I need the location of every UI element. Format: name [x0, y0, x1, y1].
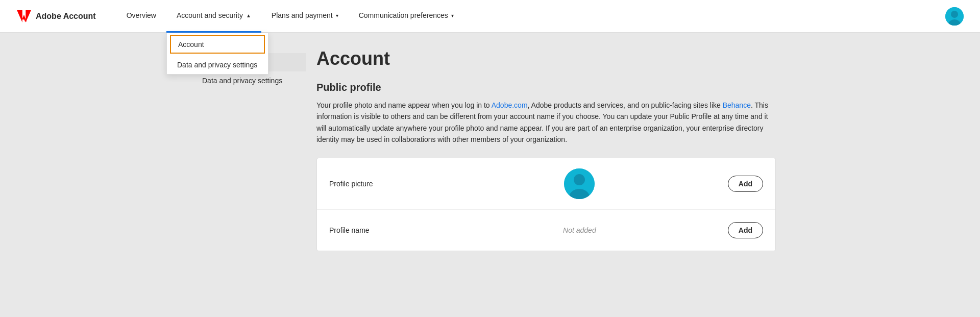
- chevron-up-icon: ▲: [246, 13, 251, 18]
- main-nav: Overview Account and security ▲ Account …: [116, 0, 945, 33]
- profile-picture-action: Add: [728, 176, 763, 192]
- profile-avatar: [564, 168, 595, 199]
- behance-link[interactable]: Behance: [723, 101, 751, 109]
- nav-item-plans-payment[interactable]: Plans and payment ▾: [261, 0, 349, 33]
- nav-overview-wrapper: Overview: [116, 0, 166, 33]
- avatar-inner: [945, 7, 964, 26]
- dropdown-item-data-privacy[interactable]: Data and privacy settings: [167, 56, 268, 74]
- header: Adobe Account Overview Account and secur…: [0, 0, 980, 33]
- nav-item-overview[interactable]: Overview: [116, 0, 166, 33]
- profile-card: Profile picture Add Profile nam: [316, 158, 776, 251]
- profile-name-label: Profile name: [329, 226, 431, 234]
- page-content: Account Public profile Your profile phot…: [306, 48, 786, 251]
- account-security-dropdown: Account Data and privacy settings: [166, 33, 268, 75]
- profile-name-action: Add: [728, 222, 763, 238]
- nav-communication-wrapper: Communication preferences ▾: [349, 0, 464, 33]
- add-profile-name-button[interactable]: Add: [728, 222, 763, 238]
- svg-point-1: [951, 11, 958, 18]
- profile-picture-row: Profile picture Add: [317, 158, 775, 210]
- logo-text: Adobe Account: [36, 12, 96, 21]
- profile-picture-value: [431, 168, 728, 199]
- dropdown-item-account[interactable]: Account: [170, 35, 265, 54]
- nav-plans-wrapper: Plans and payment ▾: [261, 0, 349, 33]
- svg-point-4: [574, 174, 585, 185]
- profile-name-not-added: Not added: [563, 226, 596, 234]
- adobe-link[interactable]: Adobe.com: [492, 101, 528, 109]
- chevron-down-icon-comm: ▾: [451, 13, 454, 18]
- public-profile-title: Public profile: [316, 82, 776, 93]
- profile-picture-label: Profile picture: [329, 180, 431, 188]
- main-container: Account Data and privacy settings Accoun…: [184, 33, 796, 266]
- profile-name-row: Profile name Not added Add: [317, 210, 775, 251]
- nav-item-communication[interactable]: Communication preferences ▾: [349, 0, 464, 33]
- user-avatar[interactable]: [945, 7, 964, 26]
- public-profile-description: Your profile photo and name appear when …: [316, 100, 776, 145]
- sidebar: Account Data and privacy settings: [194, 48, 306, 251]
- page-title: Account: [316, 48, 776, 69]
- adobe-icon: [16, 10, 32, 22]
- adobe-logo[interactable]: Adobe Account: [16, 10, 96, 22]
- nav-item-account-security[interactable]: Account and security ▲: [166, 0, 261, 33]
- nav-account-security-wrapper: Account and security ▲ Account Data and …: [166, 0, 261, 33]
- add-profile-picture-button[interactable]: Add: [728, 176, 763, 192]
- chevron-down-icon: ▾: [336, 13, 338, 18]
- profile-name-value: Not added: [431, 226, 728, 234]
